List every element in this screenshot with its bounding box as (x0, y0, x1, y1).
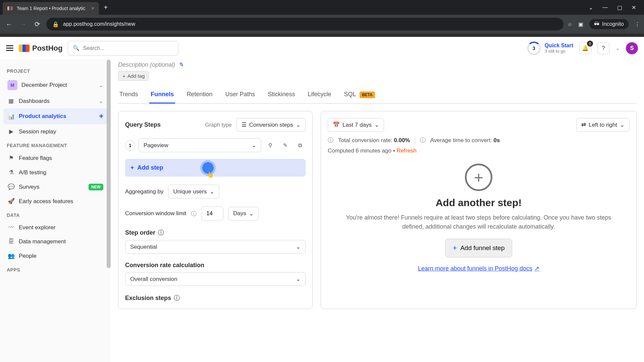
funnel-step-1: 1 Pageview ⌄ ⚲ ✎ ⧉ (125, 138, 306, 152)
quick-start-title: Quick Start (545, 43, 573, 49)
external-link-icon: ↗ (534, 265, 539, 272)
lock-icon: 🔒 (52, 21, 59, 27)
tab-retention[interactable]: Retention (185, 87, 214, 103)
reload-button[interactable]: ⟳ (32, 20, 42, 28)
back-button[interactable]: ← (4, 20, 14, 28)
info-icon[interactable]: ⓘ (174, 294, 180, 302)
hamburger-menu[interactable] (6, 45, 13, 51)
tab-user-paths[interactable]: User Paths (224, 87, 256, 103)
chevron-down-icon: ⌄ (620, 121, 625, 128)
sidebar-item-feature-flags[interactable]: ⚑ Feature flags (3, 151, 107, 165)
project-badge: M (7, 80, 17, 90)
chevron-down-icon: ⌄ (210, 188, 214, 195)
minimize-icon[interactable]: ― (602, 4, 608, 11)
sidebar-item-data-management[interactable]: 🗄 Data management (3, 235, 107, 249)
add-tag-button[interactable]: + Add tag (118, 71, 149, 81)
extension-icon[interactable]: ▣ (578, 21, 583, 27)
forward-button: → (18, 20, 28, 28)
chevron-down-icon: ⌄ (99, 82, 103, 89)
logo[interactable]: PostHog (19, 44, 62, 53)
sidebar-item-ab-testing[interactable]: ⚗ A/B testing (3, 165, 107, 180)
scrollbar[interactable] (107, 60, 111, 268)
chevron-down-icon: ⌄ (374, 121, 379, 128)
tab-stickiness[interactable]: Stickiness (266, 87, 296, 103)
plus-circle-icon: + (465, 164, 492, 191)
sidebar-heading-feature-mgmt: FEATURE MANAGEMENT (3, 139, 107, 151)
graph-type-select[interactable]: ☰ Conversion steps ⌄ (236, 118, 306, 132)
help-button[interactable]: ? (597, 42, 609, 54)
quick-start-widget[interactable]: 3 Quick Start 3 still to go (527, 42, 573, 55)
project-selector[interactable]: M December Project ⌄ (3, 76, 107, 94)
url-input[interactable]: 🔒 app.posthog.com/insights/new (46, 18, 564, 31)
sidebar-item-people[interactable]: 👥 People (3, 249, 107, 263)
sidebar-item-event-explorer[interactable]: 〰 Event explorer (3, 221, 107, 235)
layout-select[interactable]: ⇄ Left to right ⌄ (576, 118, 630, 132)
tab-lifecycle[interactable]: Lifecycle (307, 87, 333, 103)
date-range-select[interactable]: 📅 Last 7 days ⌄ (328, 118, 384, 132)
sidebar-item-session-replay[interactable]: ▶ Session replay (3, 124, 107, 139)
list-icon: ☰ (241, 121, 247, 128)
conversion-window-unit-select[interactable]: Days ⌄ (228, 207, 259, 221)
sidebar-item-early-access[interactable]: 🚀 Early access features (3, 194, 107, 208)
step-number: 1 (125, 140, 135, 150)
quick-start-subtitle: 3 still to go (545, 49, 573, 54)
maximize-icon[interactable]: ▢ (617, 4, 622, 11)
info-icon[interactable]: ⓘ (191, 210, 197, 218)
bookmark-icon[interactable]: ☆ (568, 21, 572, 27)
tab-sql[interactable]: SQL BETA (343, 87, 376, 103)
chevron-down-icon: ⌄ (99, 98, 103, 105)
filter-icon[interactable]: ⚲ (265, 140, 276, 151)
chevron-down-icon[interactable]: ⌄ (589, 4, 593, 11)
flag-icon: ⚑ (7, 155, 15, 162)
edit-icon[interactable]: ✎ (279, 140, 291, 151)
beta-badge: BETA (360, 92, 375, 98)
description-placeholder[interactable]: Description (optional) (118, 61, 175, 68)
sidebar-item-dashboards[interactable]: ▦ Dashboards ⌄ (3, 94, 107, 108)
edit-icon[interactable]: ✎ (178, 61, 183, 68)
sidebar-item-surveys[interactable]: 💬 Surveys NEW (3, 180, 107, 194)
menu-icon[interactable]: ⋮ (635, 21, 640, 27)
aggregating-select[interactable]: Unique users ⌄ (168, 185, 219, 198)
close-icon[interactable]: × (91, 5, 94, 11)
new-tab-button[interactable]: + (104, 4, 108, 11)
search-input[interactable]: 🔍 Search... (68, 41, 178, 56)
insight-tabs: Trends Funnels Retention User Paths Stic… (118, 87, 637, 104)
window-close-icon[interactable]: ✕ (632, 4, 636, 11)
info-icon[interactable]: ⓘ (420, 136, 426, 144)
avg-time-value: 0s (493, 137, 500, 143)
plus-icon: + (122, 73, 125, 79)
conversion-rate-select[interactable]: Overall conversion ⌄ (125, 272, 306, 286)
empty-title: Add another step! (328, 197, 630, 208)
info-icon[interactable]: ⓘ (158, 229, 164, 237)
step-order-select[interactable]: Sequential ⌄ (125, 240, 306, 254)
sidebar-heading-apps: APPS (3, 263, 107, 275)
step-event-select[interactable]: Pageview ⌄ (139, 138, 261, 152)
learn-more-link[interactable]: Learn more about funnels in PostHog docs… (418, 265, 539, 272)
tab-trends[interactable]: Trends (118, 87, 139, 103)
dashboard-icon: ▦ (7, 98, 15, 105)
sidebar-item-product-analytics[interactable]: 📊 Product analytics + (3, 108, 107, 124)
add-step-button[interactable]: + Add step 👆 (125, 159, 306, 177)
refresh-link[interactable]: Refresh (396, 147, 417, 154)
plus-icon[interactable]: + (99, 112, 103, 121)
new-badge: NEW (89, 184, 103, 190)
tab-funnels[interactable]: Funnels (149, 87, 175, 104)
empty-state: + Add another step! You're almost there!… (328, 164, 630, 272)
browser-tab[interactable]: Team 1 Report • Product analytic × (3, 2, 99, 15)
copy-icon[interactable]: ⧉ (294, 140, 306, 151)
total-conversion-value: 0.00% (394, 137, 410, 143)
add-funnel-step-button[interactable]: + Add funnel step (445, 239, 513, 257)
conversion-window-input[interactable] (201, 206, 223, 221)
chevron-down-icon[interactable]: ⌄ (615, 45, 620, 51)
cursor-icon: 👆 (206, 171, 214, 178)
incognito-badge: 🕶 Incognito (589, 19, 629, 29)
chart-icon: 📊 (7, 113, 15, 120)
query-panel: Query Steps Graph type ☰ Conversion step… (118, 111, 313, 309)
avatar[interactable]: S (626, 42, 638, 54)
query-steps-title: Query Steps (125, 121, 161, 128)
avg-time-label: Average time to convert: (430, 137, 494, 143)
chevron-down-icon: ⌄ (252, 142, 256, 149)
notifications-button[interactable]: 🔔 0 (579, 42, 591, 54)
window-controls: ⌄ ― ▢ ✕ (589, 4, 641, 11)
info-icon[interactable]: ⓘ (328, 136, 333, 144)
